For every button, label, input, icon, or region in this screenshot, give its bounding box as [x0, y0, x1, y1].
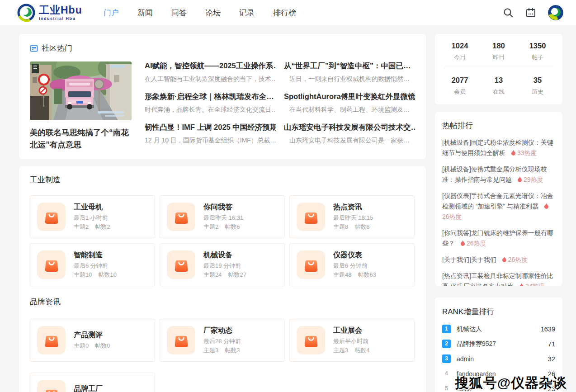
search-icon[interactable]: [503, 7, 514, 18]
forum-card-title[interactable]: 智能制造: [74, 250, 117, 260]
hot-post-heat: 33热度: [517, 149, 537, 156]
nav-forum[interactable]: 论坛: [205, 8, 221, 18]
rank-row[interactable]: 1 机械达人 1639: [442, 324, 555, 334]
forum-card[interactable]: 你问我答 最后昨天 16:31 主题2帖数6: [160, 195, 285, 238]
hot-post-text[interactable]: [你问我答]龙门铣床的维护保养一般有哪些？: [442, 229, 553, 247]
stat-label: 帖子: [518, 53, 557, 61]
article-item[interactable]: 韧性凸显！IMF 上调 2025 中国经济预期… 12 月 10 日，国际货币基…: [145, 123, 276, 153]
avatar-logo-icon: [548, 5, 563, 20]
rank-username[interactable]: 机械达人: [457, 325, 482, 333]
forum-bag-icon: [167, 250, 195, 279]
article-item[interactable]: SpotlightAurora傅里叶变换红外显微镜… 在当代材料科学、制药工程、…: [284, 92, 415, 123]
hot-articles-list: AI赋能，智控领航——2025工业操作系… 在人工智能与工业制造深度融合的当下，…: [145, 61, 416, 153]
forum-card-title[interactable]: 你问我答: [203, 203, 243, 212]
article-title[interactable]: 形象焕新·启程全球｜格林凯瑞发布全…: [145, 92, 276, 102]
hot-post-item[interactable]: [你问我答]龙门铣床的维护保养一般有哪些？26热度: [442, 228, 555, 249]
article-title[interactable]: SpotlightAurora傅里叶变换红外显微镜…: [284, 92, 415, 102]
forum-card-title[interactable]: 工业母机: [74, 203, 110, 212]
forum-topics: 主题2: [74, 223, 89, 230]
article-title[interactable]: AI赋能，智控领航——2025工业操作系…: [145, 61, 276, 71]
flame-icon: [511, 150, 516, 156]
article-item[interactable]: 形象焕新·启程全球｜格林凯瑞发布全… 时代奔涌，品牌长青。在全球经济文化交流日…: [145, 92, 276, 123]
stat-posts: 1350 帖子: [518, 42, 557, 61]
article-item[interactable]: AI赋能，智控领航——2025工业操作系… 在人工智能与工业制造深度融合的当下，…: [145, 61, 276, 92]
rank-username[interactable]: admin: [457, 355, 474, 363]
article-item[interactable]: 山东瑶安电子科技发展有限公司技术交… 山东瑶安电子科技发展有限公司是一家获…: [284, 123, 415, 153]
forum-bag-icon: [37, 380, 66, 392]
nav-news[interactable]: 新闻: [137, 8, 153, 18]
street-truck-photo: [30, 61, 132, 120]
hot-post-text[interactable]: [仪器仪表]手持式合金元素光谱仪：冶金检测领域的 “加速引擎” 与精准利器: [442, 192, 553, 210]
forum-card[interactable]: 品牌工厂 主题0帖数0: [30, 373, 155, 392]
forum-card-title[interactable]: 品牌工厂: [74, 384, 110, 392]
stat-value: 2077: [440, 76, 479, 85]
hot-post-item[interactable]: [热点资讯]工装检具非标定制哪家性价比高,优质厂家排名实力对比24热度: [442, 271, 555, 286]
community-panel-icon: [30, 44, 38, 52]
forum-card-title[interactable]: 热点资讯: [333, 203, 373, 212]
forum-card[interactable]: 工业展会 最后半小时前 主题3帖数4: [289, 319, 415, 362]
forum-card-lastpost: 最后6 分钟前: [333, 261, 376, 270]
stat-value: 1350: [518, 42, 557, 50]
stat-label: 昨日: [479, 53, 518, 61]
stat-label: 会员: [440, 88, 479, 96]
rank-badge: 2: [442, 340, 451, 348]
forum-card-title[interactable]: 产品测评: [74, 331, 110, 340]
forum-topics: 主题2: [203, 223, 218, 230]
forum-posts: 帖数27: [228, 271, 246, 278]
forum-card-stats: 主题2帖数6: [203, 222, 243, 231]
flame-icon: [519, 283, 524, 286]
featured-image[interactable]: [30, 61, 132, 120]
forum-card-title[interactable]: 厂家动态: [203, 326, 241, 335]
hot-post-item[interactable]: [关于我们]关于我们26热度: [442, 255, 555, 265]
forum-card[interactable]: 机械设备 最后19 分钟前 主题24帖数27: [160, 243, 285, 286]
nav-records[interactable]: 记录: [239, 8, 255, 18]
forum-card-stats: 主题10帖数10: [74, 270, 117, 279]
forum-card[interactable]: 热点资讯 最后昨天 18:15 主题8帖数8: [289, 195, 415, 238]
community-panel-title: 社区热门: [42, 43, 72, 53]
forum-card-title[interactable]: 工业展会: [333, 326, 369, 335]
hot-post-item[interactable]: [机械设备]便携式重金属分析仪现场校准：操作指南与常见问题29热度: [442, 164, 555, 185]
flame-icon: [517, 176, 522, 182]
forum-card[interactable]: 厂家动态 最后28 分钟前 主题3帖数3: [160, 319, 285, 362]
nav-portal[interactable]: 门户: [104, 8, 119, 18]
forum-card-lastpost: 最后28 分钟前: [203, 337, 241, 346]
rank-row[interactable]: 2 品牌推荐9527 71: [442, 339, 555, 349]
rank-badge: 4: [442, 369, 451, 378]
forum-posts: 帖数3: [225, 347, 240, 354]
rank-badge: 1: [442, 325, 451, 333]
nav-ranking[interactable]: 排行榜: [273, 8, 296, 18]
forum-card-title[interactable]: 仪器仪表: [333, 250, 376, 260]
user-avatar[interactable]: [548, 5, 563, 20]
logo-subtitle: Industrial Hbu: [39, 17, 82, 21]
hot-post-heat: 26热度: [467, 240, 486, 247]
forum-card[interactable]: 智能制造 最后6 分钟前 主题10帖数10: [30, 243, 155, 286]
article-title[interactable]: 山东瑶安电子科技发展有限公司技术交…: [284, 123, 415, 132]
forum-card-stats: 主题3帖数3: [203, 346, 241, 355]
article-title[interactable]: 从“世界工厂”到“智造中枢”：中国已…: [284, 61, 415, 71]
forum-bag-icon: [37, 203, 66, 231]
forum-posts: 帖数2: [95, 223, 110, 230]
forum-card[interactable]: 产品测评 主题0帖数0: [30, 319, 155, 362]
rank-row[interactable]: 3 admin 32: [442, 354, 555, 364]
forum-card[interactable]: 工业母机 最后1 小时前 主题2帖数2: [30, 195, 155, 238]
forum-card-lastpost: 最后1 小时前: [74, 213, 110, 222]
calendar-icon[interactable]: [525, 7, 536, 18]
site-logo[interactable]: 工业Hbu Industrial Hbu: [17, 4, 82, 22]
article-item[interactable]: 从“世界工厂”到“智造中枢”：中国已… 近日，一则来自行业权威机构的数据悄然…: [284, 61, 415, 92]
hot-post-item[interactable]: [机械设备]固定式粉尘浓度检测仪：关键细节与使用须知全解析33热度: [442, 137, 555, 158]
logo-icon: [17, 4, 35, 22]
industry-forum-grid: 工业母机 最后1 小时前 主题2帖数2 你问我答 最后昨天 16:31 主题2帖…: [30, 195, 415, 286]
hot-post-item[interactable]: [仪器仪表]手持式合金元素光谱仪：冶金检测领域的 “加速引擎” 与精准利器26热…: [442, 191, 555, 222]
hot-post-text[interactable]: [关于我们]关于我们: [442, 256, 496, 263]
forum-topics: 主题10: [74, 271, 92, 278]
article-title[interactable]: 韧性凸显！IMF 上调 2025 中国经济预期…: [145, 123, 276, 132]
forum-card-title[interactable]: 机械设备: [203, 250, 246, 260]
forum-card-lastpost: 最后半小时前: [333, 337, 369, 346]
rank-username[interactable]: 品牌推荐9527: [457, 340, 496, 348]
brand-forum-grid: 产品测评 主题0帖数0 厂家动态 最后28 分钟前 主题3帖数3 工业展会 最后…: [30, 319, 415, 392]
forum-card[interactable]: 仪器仪表 最后6 分钟前 主题48帖数63: [289, 243, 415, 286]
article-summary: 山东瑶安电子科技发展有限公司是一家获…: [284, 137, 415, 145]
forum-topics: 主题3: [333, 347, 348, 354]
featured-caption[interactable]: 美的联名马思纯搞了个“南花北运”有点意思: [30, 127, 135, 151]
nav-qa[interactable]: 问答: [171, 8, 187, 18]
